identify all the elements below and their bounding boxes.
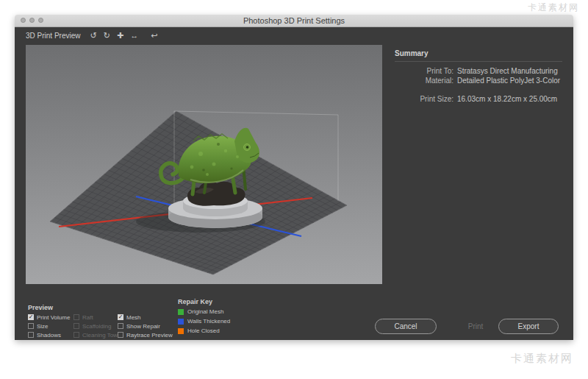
checkbox-label: Raft [82, 314, 93, 321]
repair-key-hole-closed: Hole Closed [178, 327, 230, 334]
hole-closed-swatch [178, 328, 184, 334]
checkbox-show-repair[interactable]: ✓ Show Repair [118, 322, 173, 330]
checkbox-box[interactable]: ✓ [118, 314, 123, 320]
roll-camera-icon[interactable]: ↻ [104, 31, 110, 40]
preview-column-2: ✓ Raft ✓ Scaffolding ✓ Cleaning Tower [74, 314, 123, 340]
print-size-value: 16.03cm x 18.22cm x 25.00cm [457, 95, 557, 105]
checkbox-label: Size [37, 323, 49, 330]
toolbar-label: 3D Print Preview [26, 32, 80, 40]
summary-row-print-size: Print Size: 16.03cm x 18.22cm x 25.00cm [395, 95, 562, 105]
repair-key-label: Walls Thickened [187, 318, 230, 325]
dialog-body: 3D Print Preview ↺ ↻ ✚ ↔ ↩ [15, 27, 573, 340]
print-size-label: Print Size: [395, 95, 453, 105]
3d-viewport[interactable] [26, 45, 382, 284]
repair-key-label: Hole Closed [187, 327, 220, 334]
checkbox-scaffolding: ✓ Scaffolding [74, 322, 123, 330]
summary-panel: Summary Print To: Stratasys Direct Manuf… [395, 49, 562, 105]
checkbox-box[interactable]: ✓ [28, 332, 34, 338]
checkbox-label: Scaffolding [82, 323, 111, 330]
material-value: Detailed Plastic PolyJet 3-Color [457, 77, 560, 86]
slide-camera-icon[interactable]: ↔ [130, 31, 138, 40]
checkbox-box: ✓ [74, 314, 79, 320]
preview-column-3: ✓ Mesh ✓ Show Repair ✓ Raytrace Preview [118, 314, 173, 340]
checkbox-print-volume[interactable]: ✓ Print Volume [28, 314, 70, 321]
original-mesh-swatch [178, 309, 184, 315]
print-settings-window: Photoshop 3D Print Settings 3D Print Pre… [15, 15, 573, 340]
summary-row-material: Material: Detailed Plastic PolyJet 3-Col… [395, 77, 562, 86]
repair-key-original-mesh: Original Mesh [178, 308, 230, 315]
checkbox-label: Cleaning Tower [82, 332, 123, 339]
cancel-button[interactable]: Cancel [375, 319, 437, 334]
reset-camera-icon[interactable]: ↩ [151, 31, 157, 40]
orbit-camera-icon[interactable]: ↺ [90, 31, 96, 40]
checkbox-label: Shadows [37, 332, 61, 339]
walls-thickened-swatch [178, 319, 184, 325]
repair-key-walls-thickened: Walls Thickened [178, 318, 230, 325]
material-label: Material: [395, 77, 453, 86]
checkbox-raft: ✓ Raft [74, 314, 123, 321]
export-button[interactable]: Export [498, 319, 559, 334]
checkbox-shadows[interactable]: ✓ Shadows [28, 331, 70, 339]
checkbox-box[interactable]: ✓ [28, 314, 34, 320]
window-title: Photoshop 3D Print Settings [15, 16, 573, 25]
checkbox-box[interactable]: ✓ [118, 323, 123, 329]
repair-key-panel: Repair Key Original Mesh Walls Thickened… [178, 298, 230, 334]
checkbox-label: Raytrace Preview [126, 332, 173, 339]
print-button[interactable]: Print [454, 319, 497, 334]
summary-row-print-to: Print To: Stratasys Direct Manufacturing [395, 67, 562, 77]
titlebar: Photoshop 3D Print Settings [15, 15, 573, 27]
checkbox-box: ✓ [74, 323, 79, 329]
checkbox-label: Mesh [126, 314, 141, 321]
page-background: 卡通素材网 Photoshop 3D Print Settings 3D Pri… [0, 0, 588, 379]
preview-column-1: ✓ Print Volume ✓ Size ✓ Shadows [28, 314, 70, 340]
checkbox-label: Print Volume [37, 314, 70, 321]
checkbox-mesh[interactable]: ✓ Mesh [118, 314, 173, 321]
pan-camera-icon[interactable]: ✚ [117, 31, 123, 40]
preview-toolbar: 3D Print Preview ↺ ↻ ✚ ↔ ↩ [26, 31, 157, 40]
preview-heading: Preview [28, 304, 53, 311]
repair-key-heading: Repair Key [178, 298, 230, 305]
repair-key-label: Original Mesh [187, 308, 223, 315]
print-to-label: Print To: [395, 67, 453, 77]
checkbox-box[interactable]: ✓ [118, 332, 123, 338]
checkbox-box: ✓ [74, 332, 79, 338]
checkbox-label: Show Repair [126, 323, 160, 330]
print-to-value: Stratasys Direct Manufacturing [457, 67, 558, 77]
watermark-bottom: 卡通素材网 [511, 352, 573, 366]
checkbox-size[interactable]: ✓ Size [28, 322, 70, 330]
watermark-top: 卡通素材网 [528, 1, 579, 14]
checkbox-cleaning-tower: ✓ Cleaning Tower [74, 331, 123, 339]
checkbox-box[interactable]: ✓ [28, 323, 34, 329]
checkbox-raytrace-preview[interactable]: ✓ Raytrace Preview [118, 331, 173, 339]
summary-heading: Summary [395, 49, 562, 62]
